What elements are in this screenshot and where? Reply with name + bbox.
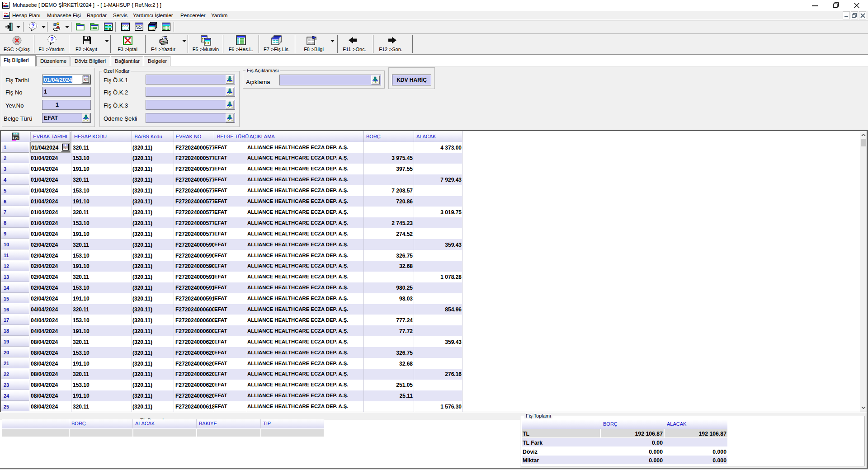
svg-text:?: ? xyxy=(50,36,54,42)
svg-text:?: ? xyxy=(31,23,34,29)
